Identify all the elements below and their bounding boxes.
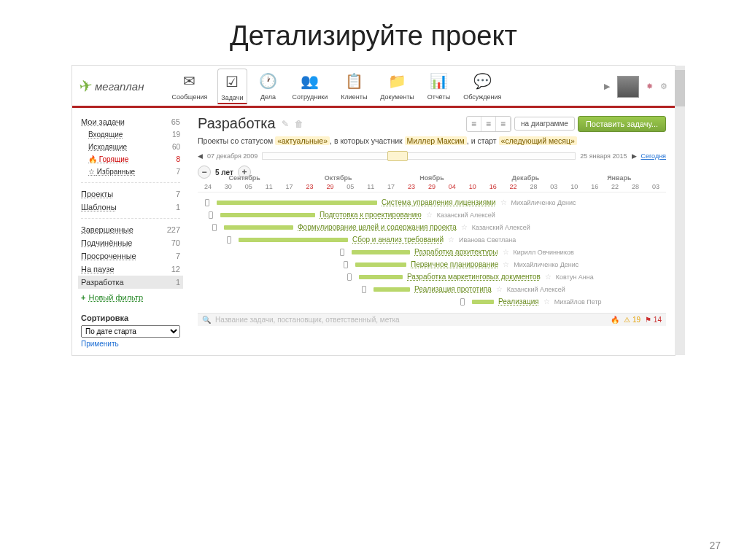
- sidebar-item-inbox[interactable]: Входящие19: [81, 128, 180, 141]
- nav-item-1[interactable]: ☑Задачи: [217, 69, 247, 104]
- logo: ✈ мегаплан: [80, 77, 144, 96]
- arrow-right-icon[interactable]: ▶: [604, 82, 610, 91]
- content-area: Разработка ✎ 🗑 ≡≡≡ на диаграмме Поставит…: [189, 108, 675, 355]
- slide-title: Детализируйте проект: [0, 0, 747, 61]
- warn-icon: ⚠ 19: [624, 316, 640, 324]
- sidebar-item-hot[interactable]: 🔥 Горящие8: [81, 153, 180, 166]
- calendar-header: СентябрьОктябрьНоябрьДекабрьЯнварь 24300…: [198, 183, 666, 192]
- timeline-track[interactable]: [262, 152, 576, 160]
- sidebar: Мои задачи65 Входящие19 Исходящие60 🔥 Го…: [72, 108, 189, 355]
- sort-select[interactable]: По дате старта: [81, 325, 180, 338]
- search-bar[interactable]: 🔍 Название задачи, постановщик, ответств…: [198, 313, 666, 326]
- sidebar-item-templates[interactable]: Шаблоны1: [81, 201, 180, 214]
- gantt-task-4[interactable]: Разработка архитектуры☆Кирилл Овчинников: [198, 248, 666, 256]
- gantt-task-8[interactable]: Реализация☆Михайлов Петр: [198, 298, 666, 306]
- gantt-task-5[interactable]: Первичное планирование☆Михайличенко Дени…: [198, 260, 666, 268]
- nav-item-4[interactable]: 📋Клиенты: [338, 69, 370, 104]
- sidebar-item-favorites[interactable]: ☆ Избранные7: [81, 166, 180, 178]
- topbar: ✈ мегаплан ✉Сообщения☑Задачи🕐Дела👥Сотруд…: [72, 66, 675, 106]
- sidebar-item-outbox[interactable]: Исходящие60: [81, 141, 180, 153]
- page-title: Разработка: [198, 115, 276, 132]
- sidebar-item-dev-active[interactable]: Разработка1: [78, 276, 183, 289]
- today-link[interactable]: Сегодня: [641, 152, 667, 160]
- gantt-task-2[interactable]: Формулирование целей и содержания проект…: [198, 223, 666, 231]
- sidebar-new-filter[interactable]: +Новый фильтр: [81, 289, 180, 302]
- gantt-chart: Система управления лицензиями☆Михайличен…: [198, 198, 666, 306]
- nav-item-0[interactable]: ✉Сообщения: [169, 69, 210, 104]
- sidebar-item-paused[interactable]: На паузе12: [81, 262, 180, 276]
- search-icon: 🔍: [202, 316, 211, 324]
- delete-icon[interactable]: 🗑: [295, 119, 303, 129]
- sidebar-item-mytasks[interactable]: Мои задачи65: [81, 115, 180, 128]
- sidebar-item-overdue[interactable]: Просроченные7: [81, 249, 180, 262]
- avatar[interactable]: [617, 76, 639, 98]
- nav-item-6[interactable]: 📊Отчёты: [425, 69, 453, 104]
- settings-icon[interactable]: ✹: [646, 82, 653, 91]
- filter-description: Проекты со статусом «актуальные», в кото…: [198, 136, 666, 145]
- sidebar-item-done[interactable]: Завершенные227: [81, 223, 180, 236]
- timeline-handle[interactable]: [387, 151, 408, 161]
- gantt-task-1[interactable]: Подготовка к проектированию☆Казанский Ал…: [198, 211, 666, 219]
- timeline-prev[interactable]: ◀: [198, 152, 203, 160]
- gantt-task-0[interactable]: Система управления лицензиями☆Михайличен…: [198, 198, 666, 206]
- nav-item-7[interactable]: 💬Обсуждения: [460, 69, 504, 104]
- apply-link[interactable]: Применить: [81, 340, 119, 348]
- edit-icon[interactable]: ✎: [282, 119, 289, 129]
- sort-label: Сортировка: [81, 314, 180, 322]
- nav-item-3[interactable]: 👥Сотрудники: [290, 69, 331, 104]
- gear-icon[interactable]: ⚙: [660, 82, 667, 91]
- gantt-task-7[interactable]: Реализация прототипа☆Казанский Алексей: [198, 285, 666, 293]
- app-window: ✈ мегаплан ✉Сообщения☑Задачи🕐Дела👥Сотруд…: [71, 65, 676, 356]
- flag-icon: ⚑ 14: [645, 316, 662, 324]
- status-icon: 🔥: [611, 316, 619, 324]
- gantt-task-3[interactable]: Сбор и анализ требований☆Иванова Светлан…: [198, 236, 666, 244]
- gantt-task-6[interactable]: Разработка маркетинговых документов☆Ковт…: [198, 273, 666, 281]
- logo-icon: ✈: [78, 76, 94, 97]
- assign-task-button[interactable]: Поставить задачу...: [578, 116, 666, 132]
- nav-item-5[interactable]: 📁Документы: [377, 69, 417, 104]
- diagram-button[interactable]: на диаграмме: [514, 117, 575, 131]
- page-number: 27: [709, 540, 721, 551]
- sidebar-item-projects[interactable]: Проекты7: [81, 187, 180, 201]
- align-group[interactable]: ≡≡≡: [466, 116, 511, 132]
- scrollbar[interactable]: [675, 66, 685, 355]
- nav-item-2[interactable]: 🕐Дела: [255, 69, 282, 104]
- timeline: ◀ 07 декабря 2009 25 января 2015 ▶ Сегод…: [198, 152, 666, 160]
- timeline-next[interactable]: ▶: [632, 152, 637, 160]
- sidebar-item-sub[interactable]: Подчинённые70: [81, 236, 180, 249]
